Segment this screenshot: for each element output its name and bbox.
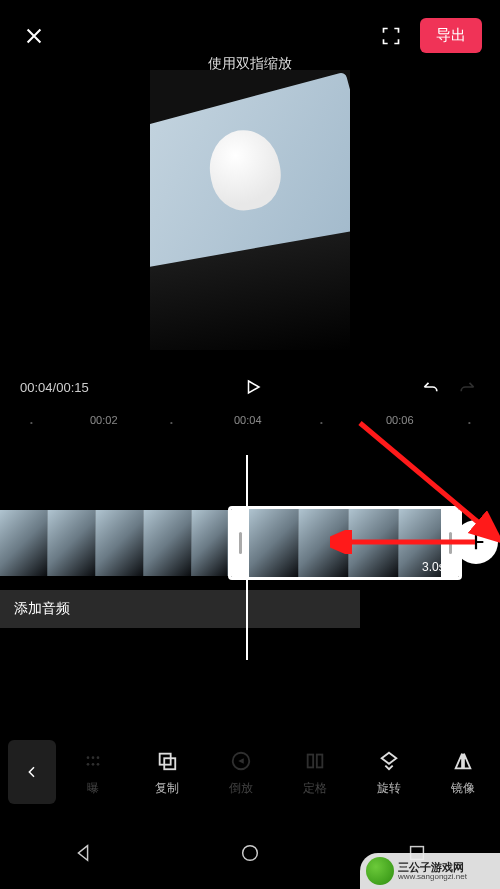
svg-rect-10 <box>317 754 323 767</box>
redo-icon <box>455 377 479 397</box>
nav-home-button[interactable] <box>200 842 300 864</box>
tool-back-button[interactable] <box>8 740 56 804</box>
ruler-mark: 00:04 <box>234 414 262 426</box>
fullscreen-icon <box>381 26 401 46</box>
clip-duration-label: 3.0s <box>422 560 445 574</box>
tool-copy[interactable]: 复制 <box>134 748 200 797</box>
video-preview[interactable] <box>150 70 350 350</box>
add-audio-label: 添加音频 <box>14 600 70 618</box>
close-icon <box>23 25 45 47</box>
chevron-left-icon <box>24 764 40 780</box>
svg-point-1 <box>92 756 95 759</box>
svg-point-2 <box>97 756 100 759</box>
top-bar: 导出 <box>0 0 500 61</box>
dots-icon <box>80 748 106 774</box>
svg-point-0 <box>87 756 90 759</box>
watermark-title: 三公子游戏网 <box>398 862 467 873</box>
time-display: 00:04/00:15 <box>20 380 89 395</box>
svg-rect-9 <box>308 754 314 767</box>
mirror-icon <box>450 748 476 774</box>
watermark-url: www.sangongzi.net <box>398 873 467 881</box>
copy-icon <box>154 748 180 774</box>
tool-reverse[interactable]: 倒放 <box>208 748 274 797</box>
clip-thumb <box>48 510 96 576</box>
nav-back-button[interactable] <box>33 842 133 864</box>
tool-item-partial[interactable]: 曝 <box>60 748 126 797</box>
svg-point-3 <box>87 763 90 766</box>
watermark-logo-icon <box>366 857 394 885</box>
top-right-group: 导出 <box>376 18 482 53</box>
annotation-arrow-diagonal <box>350 418 500 548</box>
redo-button[interactable] <box>454 374 480 400</box>
clip-thumb <box>249 509 299 577</box>
tool-row: 曝 复制 倒放 定格 旋转 镜像 <box>0 732 500 812</box>
clip-thumb <box>0 510 48 576</box>
ruler-mark: 00:02 <box>90 414 118 426</box>
fullscreen-button[interactable] <box>376 21 406 51</box>
tool-freeze[interactable]: 定格 <box>282 748 348 797</box>
tool-mirror[interactable]: 镜像 <box>430 748 496 797</box>
undo-icon <box>419 377 443 397</box>
clip-thumb <box>192 510 228 576</box>
playhead[interactable] <box>246 455 248 660</box>
current-time: 00:04 <box>20 380 53 395</box>
export-button[interactable]: 导出 <box>420 18 482 53</box>
clip-thumb <box>96 510 144 576</box>
rotate-icon <box>376 748 402 774</box>
add-audio-track[interactable]: 添加音频 <box>0 590 360 628</box>
watermark-badge: 三公子游戏网 www.sangongzi.net <box>360 853 500 889</box>
nav-back-icon <box>72 842 94 864</box>
close-button[interactable] <box>18 20 50 52</box>
annotation-arrow-horizontal <box>330 530 480 554</box>
tool-rotate[interactable]: 旋转 <box>356 748 422 797</box>
clip-thumb <box>144 510 192 576</box>
svg-point-11 <box>243 846 258 861</box>
svg-point-4 <box>92 763 95 766</box>
svg-rect-6 <box>160 753 171 764</box>
svg-point-5 <box>97 763 100 766</box>
play-button[interactable] <box>240 374 266 400</box>
undo-button[interactable] <box>418 374 444 400</box>
play-icon <box>244 378 262 396</box>
playback-controls: 00:04/00:15 <box>0 370 500 404</box>
total-time: 00:15 <box>56 380 89 395</box>
reverse-icon <box>228 748 254 774</box>
freeze-icon <box>302 748 328 774</box>
nav-home-icon <box>239 842 261 864</box>
undo-redo-group <box>418 374 480 400</box>
